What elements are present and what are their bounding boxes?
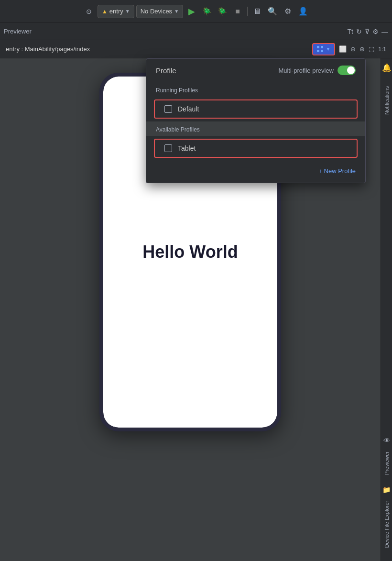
stop-icon: ■ xyxy=(235,7,240,16)
tablet-profile-checkbox[interactable] xyxy=(164,144,172,152)
profile-dropdown-header: Profile Multi-profile preview xyxy=(146,59,365,82)
zoom-in-icon[interactable]: ⊕ xyxy=(359,45,365,53)
dropdown-arrow-icon: ▼ xyxy=(326,46,330,52)
bug-button[interactable]: 🪲 xyxy=(200,5,214,18)
no-devices-label: No Devices xyxy=(141,8,172,15)
notifications-tab[interactable]: Notifications xyxy=(382,82,392,119)
run-button[interactable]: ▶ xyxy=(185,5,198,18)
breadcrumb-text: entry : MainAbility/pages/index xyxy=(6,45,90,53)
account-icon: 👤 xyxy=(298,7,308,16)
device-icon: 🖥 xyxy=(253,7,261,16)
breadcrumb-right-icons: ▼ ⬜ ⊖ ⊕ ⬚ 1:1 xyxy=(312,43,386,55)
toggle-knob xyxy=(347,66,355,74)
default-profile-item[interactable]: Default xyxy=(154,99,358,119)
profile-toggle-button[interactable]: ▼ xyxy=(312,43,335,55)
bell-icon[interactable]: 🔔 xyxy=(381,62,392,73)
device-file-tab[interactable]: Device File Explorer xyxy=(382,497,392,551)
running-profiles-title: Running Profiles xyxy=(146,82,365,97)
previewer-header: Previewer Tt ↻ ⊽ ⚙ — xyxy=(0,23,392,40)
expand-icon[interactable]: ⬚ xyxy=(369,45,374,53)
profile-dropdown: Profile Multi-profile preview Running Pr… xyxy=(146,58,366,183)
separator-1 xyxy=(247,7,248,16)
default-profile-label: Default xyxy=(178,105,199,113)
search-button[interactable]: 🔍 xyxy=(266,5,279,18)
stop-button[interactable]: ■ xyxy=(231,5,244,18)
new-profile-button[interactable]: + New Profile xyxy=(318,167,356,175)
default-profile-checkbox[interactable] xyxy=(164,105,172,113)
available-profiles-title: Available Profiles xyxy=(146,121,365,136)
entry-dropdown-arrow: ▼ xyxy=(125,9,130,14)
crop-icon[interactable]: ⬜ xyxy=(339,45,347,53)
tablet-profile-label: Tablet xyxy=(178,144,196,152)
hello-world-text: Hello World xyxy=(142,242,238,262)
file-explorer-icon[interactable]: 📁 xyxy=(381,484,392,495)
search-icon: 🔍 xyxy=(268,7,277,16)
no-devices-dropdown-arrow: ▼ xyxy=(174,9,179,14)
bug-icon: 🪲 xyxy=(202,7,212,16)
account-button[interactable]: 👤 xyxy=(296,5,310,18)
refresh-icon[interactable]: ↻ xyxy=(356,28,362,35)
tablet-profile-item[interactable]: Tablet xyxy=(154,139,358,158)
previewer-title: Previewer xyxy=(4,28,32,35)
previewer-tab[interactable]: Previewer xyxy=(382,448,392,479)
debug-icon: 🪲 xyxy=(218,7,227,16)
new-profile-section: + New Profile xyxy=(146,161,365,183)
settings-button[interactable]: ⚙ xyxy=(281,5,294,18)
grid-icon xyxy=(317,46,324,53)
collapse-icon[interactable]: — xyxy=(381,28,388,35)
no-devices-dropdown[interactable]: No Devices ▼ xyxy=(136,5,183,18)
entry-dropdown[interactable]: ▲ entry ▼ xyxy=(98,5,134,18)
debug-button[interactable]: 🪲 xyxy=(216,5,229,18)
zoom-ratio-label: 1:1 xyxy=(378,46,386,53)
font-icon[interactable]: Tt xyxy=(348,28,353,35)
top-toolbar: ⊙ ▲ entry ▼ No Devices ▼ ▶ 🪲 🪲 ■ 🖥 🔍 ⚙ 👤 xyxy=(0,0,392,23)
multi-profile-toggle[interactable] xyxy=(338,66,356,75)
profile-title: Profile xyxy=(156,66,176,75)
zoom-out-icon[interactable]: ⊖ xyxy=(350,45,356,53)
settings-icon[interactable]: ⚙ xyxy=(372,28,379,35)
entry-label: entry xyxy=(109,8,123,15)
multi-profile-label: Multi-profile preview xyxy=(278,67,334,74)
previewer-header-icons: Tt ↻ ⊽ ⚙ — xyxy=(348,28,388,35)
device-button[interactable]: 🖥 xyxy=(250,5,264,18)
filter-icon[interactable]: ⊽ xyxy=(365,28,370,35)
orientation-btn[interactable]: ⊙ xyxy=(82,5,96,18)
breadcrumb-bar: entry : MainAbility/pages/index ▼ ⬜ ⊖ ⊕ … xyxy=(0,40,392,58)
run-icon: ▶ xyxy=(188,6,195,17)
multi-profile-section: Multi-profile preview xyxy=(278,66,356,75)
eye-icon[interactable]: 👁 xyxy=(381,435,392,446)
gear-icon: ⚙ xyxy=(284,7,291,16)
